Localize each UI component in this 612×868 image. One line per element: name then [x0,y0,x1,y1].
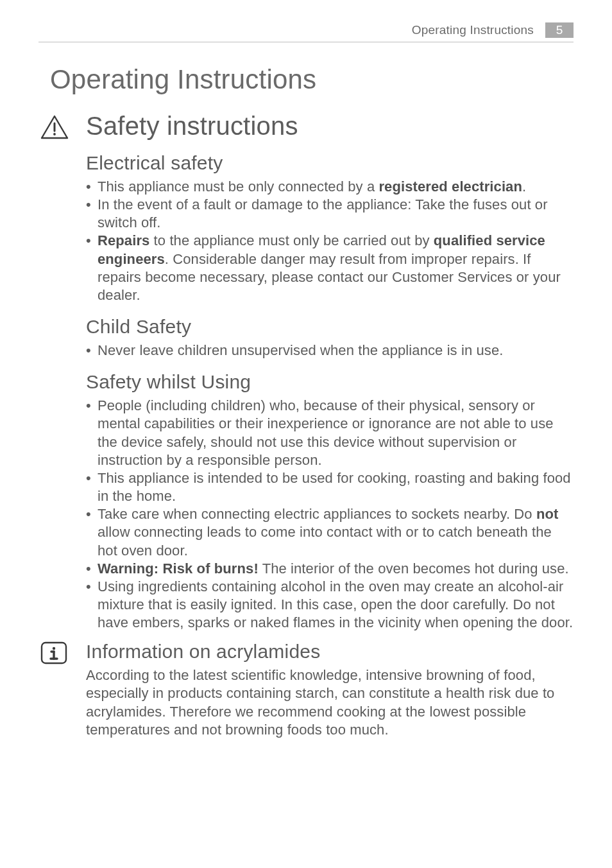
safety-section: Safety instructions Electrical safety Th… [38,114,574,632]
list-item: Repairs to the appliance must only be ca… [86,232,574,304]
safety-heading: Safety instructions [86,112,574,141]
safety-content: Safety instructions Electrical safety Th… [86,114,574,632]
acrylamides-heading: Information on acrylamides [86,641,574,663]
page-number-badge: 5 [545,22,574,38]
info-icon [40,641,68,665]
text: . [522,178,526,195]
icon-column [38,114,86,140]
electrical-safety-heading: Electrical safety [86,152,574,174]
text: People (including children) who, because… [98,397,554,467]
bold-text: registered electrician [378,178,522,195]
safety-using-heading: Safety whilst Using [86,371,574,393]
bold-text: not [536,506,559,522]
warning-icon [40,114,69,140]
acrylamides-content: Information on acrylamides According to … [86,641,574,739]
list-item: This appliance must be only connected by… [86,178,574,196]
electrical-safety-list: This appliance must be only connected by… [86,178,574,304]
child-safety-list: Never leave children unsupervised when t… [86,342,574,360]
bold-text: Warning: Risk of burns! [98,560,259,577]
bold-text: Repairs [98,232,149,248]
icon-column [38,641,86,665]
list-item: This appliance is intended to be used fo… [86,469,574,505]
acrylamides-section: Information on acrylamides According to … [38,641,574,739]
svg-point-1 [53,133,56,135]
page-title: Operating Instructions [50,64,574,95]
text: This appliance must be only connected by… [98,178,378,195]
text: In the event of a fault or damage to the… [98,196,548,230]
list-item: Warning: Risk of burns! The interior of … [86,560,574,578]
child-safety-heading: Child Safety [86,316,574,338]
list-item: In the event of a fault or damage to the… [86,196,574,232]
running-title: Operating Instructions [412,23,534,37]
text: allow connecting leads to come into cont… [98,524,552,558]
page-header: Operating Instructions 5 [38,22,574,42]
list-item: Never leave children unsupervised when t… [86,342,574,360]
text: Never leave children unsupervised when t… [98,342,503,358]
text: to the appliance must only be carried ou… [149,232,433,248]
text: Using ingredients containing alcohol in … [98,578,573,630]
svg-point-3 [53,647,55,650]
text: The interior of the oven becomes hot dur… [259,560,569,577]
text: Take care when connecting electric appli… [98,506,536,522]
text: . Considerable danger may result from im… [98,251,561,303]
list-item: People (including children) who, because… [86,397,574,469]
acrylamides-paragraph: According to the latest scientific knowl… [86,666,574,739]
page: Operating Instructions 5 Operating Instr… [0,0,612,868]
safety-using-list: People (including children) who, because… [86,397,574,632]
list-item: Take care when connecting electric appli… [86,505,574,559]
list-item: Using ingredients containing alcohol in … [86,578,574,632]
text: This appliance is intended to be used fo… [98,470,571,504]
